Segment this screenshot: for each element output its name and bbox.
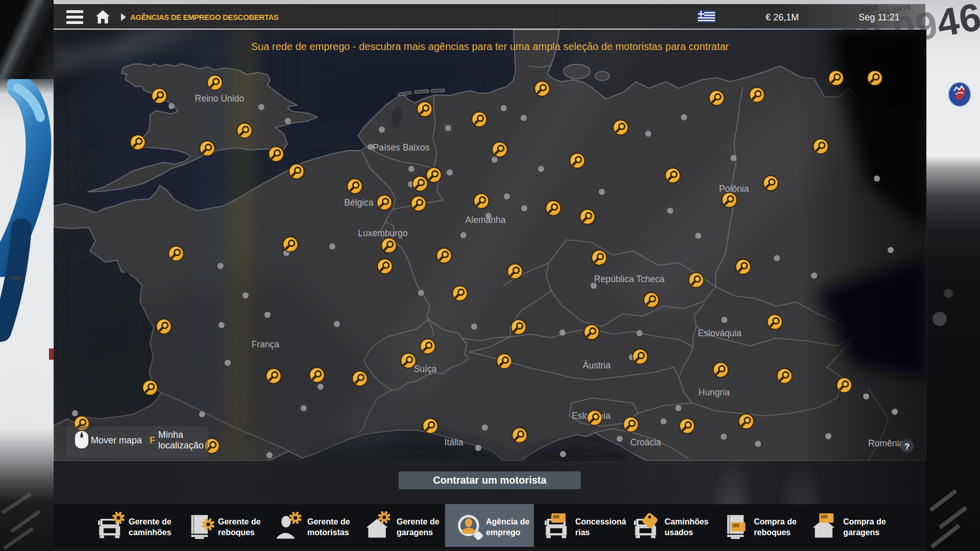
svg-text:Reino Unido: Reino Unido <box>195 93 244 104</box>
svg-text:Croácia: Croácia <box>630 437 662 447</box>
svg-text:Suíça: Suíça <box>414 364 437 374</box>
svg-text:?: ? <box>904 442 910 452</box>
svg-text:França: França <box>252 339 280 349</box>
svg-text:Hungria: Hungria <box>698 387 730 397</box>
svg-text:Polônia: Polônia <box>719 184 749 194</box>
svg-text:Luxemburgo: Luxemburgo <box>358 228 407 238</box>
svg-text:Romênia: Romênia <box>868 438 904 448</box>
svg-text:Bélgica: Bélgica <box>344 197 374 208</box>
svg-text:Itália: Itália <box>445 437 463 447</box>
svg-text:Eslováquia: Eslováquia <box>698 328 742 338</box>
svg-text:Países Baixos: Países Baixos <box>373 142 430 153</box>
svg-text:Áustria: Áustria <box>583 360 611 370</box>
svg-text:República Tcheca: República Tcheca <box>594 274 665 284</box>
svg-text:Alemanha: Alemanha <box>465 215 506 225</box>
